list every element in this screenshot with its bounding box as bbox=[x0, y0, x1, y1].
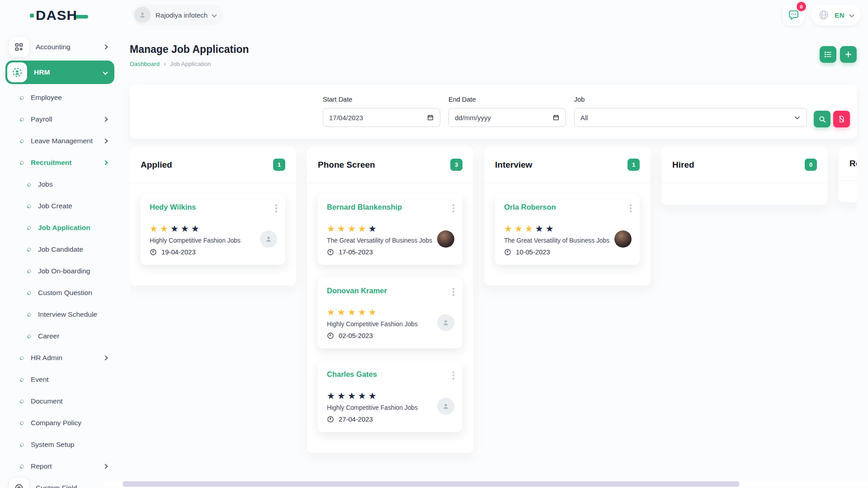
bullet-icon bbox=[26, 225, 32, 231]
candidate-avatar bbox=[260, 230, 277, 248]
applied-date: 19-04-2023 bbox=[150, 249, 276, 256]
sidebar-item-payroll[interactable]: Payroll bbox=[5, 108, 114, 130]
clock-icon bbox=[504, 249, 511, 256]
sidebar-item-interview-schedule[interactable]: Interview Schedule bbox=[5, 304, 114, 325]
star-icon: ★ bbox=[160, 224, 168, 233]
sidebar-item-leave-management[interactable]: Leave Management bbox=[5, 130, 114, 152]
kanban-column-phone-screen: Phone Screen 3 Bernard Blankenship ★★★★★… bbox=[307, 147, 473, 453]
application-card[interactable]: Donovan Kramer ★★★★★ Highly Competitive … bbox=[318, 277, 462, 348]
breadcrumb-dashboard-link[interactable]: Dashboard bbox=[130, 61, 160, 67]
sidebar-item-job-candidate[interactable]: Job Candidate bbox=[5, 239, 114, 260]
messages-button[interactable]: 0 bbox=[783, 5, 804, 25]
bullet-icon bbox=[19, 355, 25, 361]
list-view-button[interactable] bbox=[820, 46, 836, 63]
search-button[interactable] bbox=[814, 111, 830, 127]
chevron-icon bbox=[103, 355, 108, 360]
calendar-icon bbox=[427, 114, 434, 121]
person-icon bbox=[138, 10, 147, 19]
application-card[interactable]: Orla Roberson ★★★★★ The Great Versatilit… bbox=[495, 194, 640, 265]
application-card[interactable]: Hedy Wilkins ★★★★★ Highly Competitive Fa… bbox=[141, 194, 285, 265]
candidate-name-link[interactable]: Donovan Kramer bbox=[327, 286, 387, 295]
chevron-down-icon bbox=[212, 12, 217, 17]
sidebar-item-custom-field[interactable]: Custom Field bbox=[5, 477, 114, 488]
card-menu-icon[interactable] bbox=[453, 203, 455, 214]
sidebar-item-job-create[interactable]: Job Create bbox=[5, 195, 114, 217]
sidebar-item-job-on-boarding[interactable]: Job On-boarding bbox=[5, 260, 114, 282]
sidebar-item-label: Custom Field bbox=[36, 484, 77, 488]
card-menu-icon[interactable] bbox=[453, 370, 455, 381]
candidate-avatar bbox=[437, 314, 454, 331]
application-card[interactable]: Bernard Blankenship ★★★★★ The Great Vers… bbox=[318, 194, 462, 265]
application-card[interactable]: Charles Gates ★★★★★ Highly Competitive F… bbox=[318, 361, 462, 432]
start-date-input[interactable]: 17/04/2023 bbox=[323, 108, 440, 127]
star-icon: ★ bbox=[150, 224, 158, 233]
main-content: Manage Job Application Dashboard › Job A… bbox=[130, 32, 868, 488]
candidate-name-link[interactable]: Bernard Blankenship bbox=[327, 203, 402, 211]
end-date-input[interactable]: dd/mm/yyyy bbox=[448, 108, 566, 127]
sidebar-item-accounting[interactable]: Accounting bbox=[5, 36, 114, 58]
sidebar-item-career[interactable]: Career bbox=[5, 325, 114, 347]
star-icon: ★ bbox=[337, 391, 345, 400]
star-icon: ★ bbox=[514, 224, 523, 233]
star-icon: ★ bbox=[327, 308, 335, 317]
chat-bubble-icon bbox=[788, 9, 799, 21]
column-header: Interview 1 bbox=[484, 147, 651, 183]
star-icon: ★ bbox=[327, 224, 335, 233]
bullet-icon bbox=[19, 117, 25, 122]
bullet-icon bbox=[19, 420, 25, 426]
company-switcher[interactable]: Rajodiya infotech bbox=[132, 5, 223, 25]
topbar: DASH Rajodiya infotech 0 EN bbox=[0, 0, 868, 32]
sidebar-item-event[interactable]: Event bbox=[5, 369, 114, 390]
job-selected-value: All bbox=[580, 114, 588, 122]
page-header: Manage Job Application Dashboard › Job A… bbox=[130, 43, 857, 67]
bullet-icon bbox=[19, 160, 25, 166]
chevron-down-icon bbox=[849, 12, 854, 17]
sidebar-item-jobs[interactable]: Jobs bbox=[5, 174, 114, 195]
sidebar-item-system-setup[interactable]: System Setup bbox=[5, 434, 114, 455]
breadcrumb-current: Job Application bbox=[170, 61, 211, 67]
card-menu-icon[interactable] bbox=[630, 203, 632, 214]
app-logo[interactable]: DASH bbox=[30, 7, 88, 23]
card-menu-icon[interactable] bbox=[275, 203, 278, 214]
horizontal-scrollbar-thumb[interactable] bbox=[123, 481, 739, 487]
kanban-column-applied: Applied 1 Hedy Wilkins ★★★★★ Highly Comp… bbox=[130, 147, 296, 286]
star-icon: ★ bbox=[170, 224, 179, 233]
sidebar-item-report[interactable]: Report bbox=[5, 455, 114, 477]
candidate-name-link[interactable]: Charles Gates bbox=[327, 370, 377, 379]
bullet-icon bbox=[26, 203, 32, 209]
job-field: Job All bbox=[574, 96, 807, 139]
sidebar: Accounting HRM Employee Payroll Leave Ma… bbox=[0, 32, 120, 488]
candidate-avatar bbox=[437, 398, 454, 415]
clear-filter-button[interactable] bbox=[833, 111, 850, 127]
column-body bbox=[661, 183, 828, 205]
filter-buttons bbox=[814, 111, 850, 139]
add-application-button[interactable] bbox=[840, 46, 857, 63]
language-selector[interactable]: EN bbox=[811, 5, 861, 25]
bullet-icon bbox=[26, 312, 32, 318]
star-icon: ★ bbox=[368, 224, 377, 233]
topbar-actions: 0 EN bbox=[783, 5, 861, 25]
plus-icon bbox=[844, 50, 853, 59]
applied-date: 27-04-2023 bbox=[327, 416, 453, 423]
star-icon: ★ bbox=[348, 308, 356, 317]
job-select[interactable]: All bbox=[574, 108, 807, 127]
sidebar-item-hr-admin[interactable]: HR Admin bbox=[5, 347, 114, 369]
clock-icon bbox=[150, 249, 157, 256]
bullet-icon bbox=[26, 290, 32, 296]
column-count-badge: 1 bbox=[273, 159, 285, 171]
rating-stars: ★★★★★ bbox=[327, 224, 453, 233]
sidebar-item-label: Recruitment bbox=[31, 159, 71, 167]
sidebar-item-company-policy[interactable]: Company Policy bbox=[5, 412, 114, 434]
sidebar-item-employee[interactable]: Employee bbox=[5, 87, 114, 108]
sidebar-item-document[interactable]: Document bbox=[5, 390, 114, 412]
sidebar-item-custom-question[interactable]: Custom Question bbox=[5, 282, 114, 304]
column-title: Applied bbox=[141, 160, 172, 170]
sidebar-item-recruitment[interactable]: Recruitment bbox=[5, 152, 114, 174]
sidebar-item-hrm[interactable]: HRM bbox=[5, 61, 114, 84]
kanban-board: Applied 1 Hedy Wilkins ★★★★★ Highly Comp… bbox=[130, 147, 857, 479]
sidebar-item-job-application[interactable]: Job Application bbox=[5, 217, 114, 239]
candidate-name-link[interactable]: Orla Roberson bbox=[504, 203, 556, 211]
candidate-name-link[interactable]: Hedy Wilkins bbox=[150, 203, 196, 211]
column-header: Rejected bbox=[839, 147, 857, 180]
card-menu-icon[interactable] bbox=[453, 286, 455, 297]
